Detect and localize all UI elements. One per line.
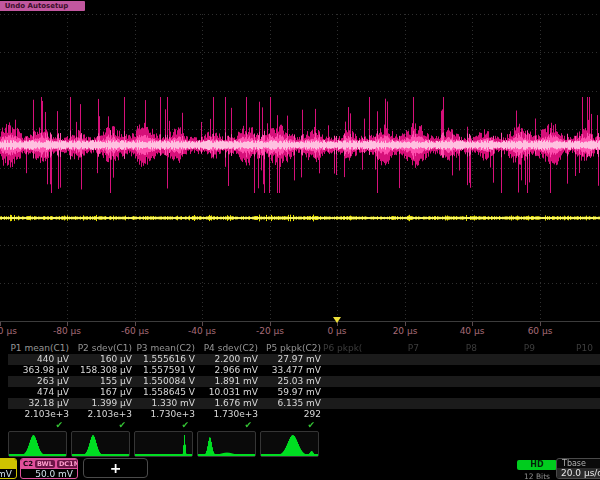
measure-value-cell <box>421 387 479 398</box>
measure-value-cell <box>421 365 479 376</box>
oscilloscope-screen: Undo Autosetup -100 µs-80 µs-60 µs-40 µs… <box>0 0 600 480</box>
waveform-grid[interactable] <box>0 12 600 322</box>
status-empty-cell <box>363 420 421 430</box>
measure-value-cell <box>421 409 479 420</box>
measure-value-cell: 1.399 µV <box>71 398 134 409</box>
timebase-title: Tbase <box>557 459 600 468</box>
time-axis-label: 20 µs <box>393 326 418 336</box>
measure-column-header[interactable]: P4 sdev(C2) <box>197 342 260 354</box>
measure-value-cell: 1.730e+3 <box>197 409 260 420</box>
measure-column-header[interactable]: P1 mean(C1) <box>8 342 71 354</box>
measure-value-cell <box>537 387 595 398</box>
histicon-P5[interactable] <box>260 431 319 457</box>
measure-value-cell <box>363 365 421 376</box>
status-check-icon: ✔ <box>71 420 134 430</box>
measure-value-cell <box>363 387 421 398</box>
time-axis-label: -40 µs <box>188 326 216 336</box>
histicon-P3[interactable] <box>134 431 193 457</box>
measure-row-num: 2.103e+32.103e+31.730e+31.730e+3292 <box>8 409 600 420</box>
measure-value-cell: 10.031 mV <box>197 387 260 398</box>
measure-value-cell: 1.676 mV <box>197 398 260 409</box>
measure-column-header[interactable]: P6 pkpk(C3) <box>323 342 363 354</box>
trigger-position-marker[interactable] <box>333 317 341 323</box>
measure-value-cell <box>595 365 600 376</box>
measure-value-cell <box>479 398 537 409</box>
status-empty-cell <box>595 420 600 430</box>
measure-value-cell <box>479 365 537 376</box>
channel-c2-label: C2 <box>23 460 33 468</box>
measure-column-header[interactable]: P3 mean(C2) <box>134 342 197 354</box>
channel-descriptor-c1[interactable]: C1 DC1M 10.0 mV <box>0 458 17 479</box>
measure-value-cell <box>537 354 595 365</box>
channel-descriptor-c2[interactable]: C2 BWL DC1M 50.0 mV <box>20 458 78 479</box>
histicon-canvas <box>72 432 129 456</box>
histicon-row <box>0 430 600 458</box>
measure-column-header[interactable]: P9 <box>479 342 537 354</box>
measure-value-cell <box>323 398 363 409</box>
measure-value-cell <box>479 409 537 420</box>
measure-value-cell <box>537 376 595 387</box>
timebase-descriptor[interactable]: Tbase 20.0 µs/div <box>556 458 600 479</box>
histicon-P4[interactable] <box>197 431 256 457</box>
measure-value-cell <box>595 376 600 387</box>
channel-c2-coupling-badge: DC1M <box>57 460 78 468</box>
channel-c2-scale: 50.0 mV <box>21 469 77 479</box>
measure-column-header[interactable]: P7 <box>363 342 421 354</box>
measure-value-cell: 292 <box>260 409 323 420</box>
status-check-icon: ✔ <box>8 420 71 430</box>
measure-row-max: 474 µV167 µV1.558645 V10.031 mV59.97 mV <box>8 387 600 398</box>
measure-value-cell <box>323 387 363 398</box>
status-empty-cell <box>323 420 363 430</box>
plus-icon: + <box>110 460 122 476</box>
histicon-P1[interactable] <box>8 431 67 457</box>
measure-value-cell: 1.555616 V <box>134 354 197 365</box>
undo-autosetup-button[interactable]: Undo Autosetup <box>0 1 85 11</box>
measure-value-cell: 1.730e+3 <box>134 409 197 420</box>
measure-column-header[interactable]: P8 <box>421 342 479 354</box>
measure-value-cell <box>363 354 421 365</box>
channel-c2-bwl-badge: BWL <box>35 460 55 468</box>
measure-row-status: ✔✔✔✔✔ <box>8 420 600 430</box>
measure-row-mean: 363.98 µV158.308 µV1.557591 V2.966 mV33.… <box>8 365 600 376</box>
measure-value-cell: 263 µV <box>8 376 71 387</box>
histicon-canvas <box>135 432 192 456</box>
time-axis-label: -100 µs <box>0 326 17 336</box>
measure-value-cell: 1.891 mV <box>197 376 260 387</box>
time-axis-label: -80 µs <box>53 326 81 336</box>
measure-value-cell: 167 µV <box>71 387 134 398</box>
descriptor-bar: C1 DC1M 10.0 mV C2 BWL DC1M 50.0 mV + HD… <box>0 458 600 480</box>
measure-value-cell <box>421 376 479 387</box>
measure-value-cell: 33.477 mV <box>260 365 323 376</box>
measure-value-cell: 363.98 µV <box>8 365 71 376</box>
add-trace-button[interactable]: + <box>83 458 148 478</box>
measure-value-cell: 158.308 µV <box>71 365 134 376</box>
timebase-value: 20.0 µs/div <box>557 468 600 478</box>
measure-value-cell <box>479 387 537 398</box>
top-bar: Undo Autosetup <box>0 0 600 12</box>
measure-row-sdev: 32.18 µV1.399 µV1.330 mV1.676 mV6.135 mV <box>8 398 600 409</box>
histicon-P2[interactable] <box>71 431 130 457</box>
measure-value-cell <box>363 409 421 420</box>
measure-value-cell: 1.330 mV <box>134 398 197 409</box>
time-axis-label: -60 µs <box>121 326 149 336</box>
time-axis-label: 40 µs <box>460 326 485 336</box>
measure-value-cell <box>323 365 363 376</box>
measure-value-cell: 160 µV <box>71 354 134 365</box>
channel-c2-header: C2 BWL DC1M <box>21 459 77 469</box>
hd-mode-badge[interactable]: HD <box>517 460 557 470</box>
status-empty-cell <box>421 420 479 430</box>
status-empty-cell <box>537 420 595 430</box>
measure-value-cell <box>479 376 537 387</box>
measure-value-cell: 474 µV <box>8 387 71 398</box>
measure-value-cell <box>537 365 595 376</box>
measure-value-cell <box>537 409 595 420</box>
measure-value-cell: 2.103e+3 <box>71 409 134 420</box>
measure-value-cell <box>595 387 600 398</box>
measure-value-cell: 2.966 mV <box>197 365 260 376</box>
measure-column-header[interactable]: P11 <box>595 342 600 354</box>
measure-column-header[interactable]: P2 sdev(C1) <box>71 342 134 354</box>
measure-column-header[interactable]: P10 <box>537 342 595 354</box>
measure-column-header[interactable]: P5 pkpk(C2) <box>260 342 323 354</box>
measure-value-cell: 6.135 mV <box>260 398 323 409</box>
histicon-canvas <box>261 432 318 456</box>
